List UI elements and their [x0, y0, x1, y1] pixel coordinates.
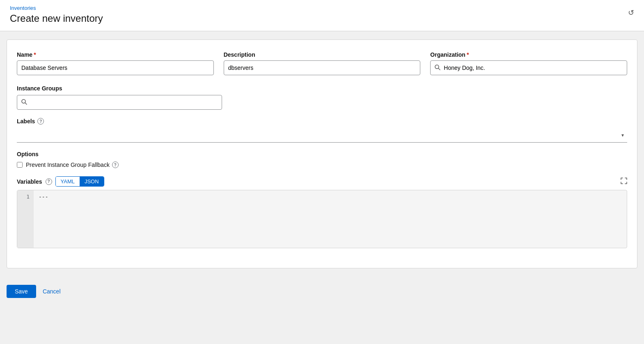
form-footer: Save Cancel: [0, 277, 644, 306]
form-card: Name * Description Organization *: [7, 39, 637, 268]
code-editor: 1 ---: [17, 190, 627, 248]
yaml-toggle-button[interactable]: YAML: [56, 177, 80, 186]
instance-groups-section: Instance Groups: [17, 85, 627, 110]
description-input[interactable]: [224, 60, 421, 75]
prevent-fallback-label[interactable]: Prevent Instance Group Fallback ?: [26, 162, 119, 168]
options-section: Options Prevent Instance Group Fallback …: [17, 151, 627, 168]
variables-section: Variables ? YAML JSON: [17, 176, 627, 248]
page-title: Create new inventory: [10, 13, 634, 24]
save-button[interactable]: Save: [7, 285, 36, 298]
line-numbers: 1: [17, 190, 34, 248]
labels-help-icon[interactable]: ?: [37, 118, 44, 125]
instance-groups-search-icon: [21, 99, 27, 106]
description-field-group: Description: [224, 51, 421, 75]
json-toggle-button[interactable]: JSON: [80, 177, 104, 186]
page-header: Inventories Create new inventory ↺: [0, 0, 644, 31]
description-label: Description: [224, 51, 421, 58]
organization-label: Organization *: [430, 51, 627, 58]
fields-row-1: Name * Description Organization *: [17, 51, 627, 75]
svg-line-3: [25, 103, 27, 104]
expand-icon: [621, 178, 627, 185]
name-required-star: *: [34, 51, 36, 58]
options-label: Options: [17, 151, 627, 157]
organization-input[interactable]: [444, 65, 623, 71]
prevent-fallback-checkbox[interactable]: [17, 162, 23, 168]
labels-dropdown[interactable]: ▾: [17, 128, 627, 143]
organization-field-group: Organization *: [430, 51, 627, 75]
history-icon: ↺: [628, 9, 634, 17]
instance-groups-input[interactable]: [30, 99, 218, 106]
instance-groups-label: Instance Groups: [17, 85, 627, 92]
variables-header: Variables ? YAML JSON: [17, 176, 627, 187]
labels-section: Labels ? ▾: [17, 118, 627, 143]
history-icon-button[interactable]: ↺: [628, 8, 634, 17]
expand-editor-button[interactable]: [621, 178, 627, 186]
instance-groups-input-wrap: [17, 95, 222, 110]
prevent-fallback-help-icon[interactable]: ?: [112, 162, 119, 168]
variables-header-left: Variables ? YAML JSON: [17, 176, 104, 187]
prevent-fallback-row: Prevent Instance Group Fallback ?: [17, 162, 627, 168]
labels-label: Labels ?: [17, 118, 627, 125]
variables-editor[interactable]: ---: [34, 190, 627, 248]
name-label: Name *: [17, 51, 214, 58]
variables-label: Variables: [17, 178, 42, 185]
main-content: Name * Description Organization *: [0, 31, 644, 277]
name-field-group: Name *: [17, 51, 214, 75]
format-toggle-group: YAML JSON: [55, 176, 104, 187]
org-required-star: *: [467, 51, 469, 58]
line-number-1: 1: [21, 194, 30, 200]
labels-chevron-down-icon: ▾: [621, 132, 624, 138]
cancel-button[interactable]: Cancel: [43, 288, 61, 295]
name-input[interactable]: [17, 60, 214, 75]
organization-input-wrap: [430, 60, 627, 75]
svg-line-1: [438, 68, 440, 70]
breadcrumb[interactable]: Inventories: [10, 5, 634, 11]
org-search-icon: [435, 65, 440, 72]
variables-help-icon[interactable]: ?: [46, 178, 52, 185]
